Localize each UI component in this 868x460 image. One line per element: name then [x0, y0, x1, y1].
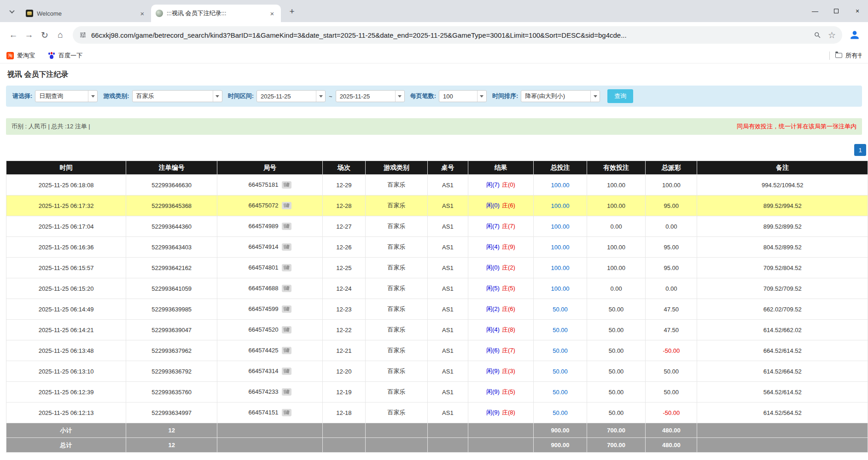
cell-valid-bet: 0.00 [587, 216, 645, 237]
round-id: 664574151 [248, 409, 278, 416]
total-bet-link[interactable]: 100.00 [551, 182, 570, 189]
site-settings-icon[interactable] [79, 31, 87, 39]
chevron-down-icon [9, 8, 14, 13]
column-header: 有效投注 [587, 161, 645, 175]
replay-card-icon[interactable] [282, 368, 291, 375]
replay-card-icon[interactable] [282, 243, 291, 251]
cell-table-no: AS1 [427, 299, 468, 320]
bookmark-baidu[interactable]: 百度一下 [48, 52, 82, 60]
all-bookmarks-button[interactable]: 所有书 [829, 52, 862, 60]
cell-total-bet: 50.00 [533, 402, 587, 423]
sort-order-select[interactable]: 降幂(由大到小) [521, 90, 600, 102]
cell-result: 闲(0)庄(2) [468, 258, 533, 278]
refresh-button[interactable]: ↻ [37, 27, 52, 43]
replay-card-icon[interactable] [282, 388, 291, 396]
search-button[interactable]: 查询 [607, 89, 633, 103]
replay-card-icon[interactable] [282, 223, 291, 230]
zoom-icon[interactable] [814, 31, 821, 39]
replay-card-icon[interactable] [282, 181, 291, 189]
cell-table-no: AS1 [427, 237, 468, 258]
column-header: 游戏类别 [366, 161, 428, 175]
footer-empty [427, 423, 468, 438]
replay-card-icon[interactable] [282, 202, 291, 209]
cell-bet-id: 522993644360 [126, 216, 217, 237]
total-bet-link[interactable]: 50.00 [553, 389, 568, 396]
total-bet-link[interactable]: 100.00 [551, 285, 570, 292]
total-bet-link[interactable]: 100.00 [551, 223, 570, 230]
cell-table-no: AS1 [427, 278, 468, 299]
cell-time: 2025-11-25 06:13:10 [6, 361, 126, 382]
bookmark-aitaobao[interactable]: 淘 爱淘宝 [6, 52, 35, 60]
cell-bet-id: 522993635760 [126, 382, 217, 402]
tab-search-chevron-button[interactable] [6, 5, 18, 18]
per-page-select[interactable]: 100 [439, 90, 487, 102]
total-bet-link[interactable]: 50.00 [553, 347, 568, 354]
cell-bet-id: 522993646630 [126, 175, 217, 196]
replay-card-icon[interactable] [282, 285, 291, 292]
bookmark-star-icon[interactable]: ☆ [828, 30, 836, 40]
forward-button[interactable]: → [21, 27, 37, 43]
cell-valid-bet: 50.00 [587, 382, 645, 402]
minimize-button[interactable]: — [804, 0, 826, 22]
cell-game-type: 百家乐 [366, 320, 428, 340]
replay-card-icon[interactable] [282, 409, 291, 416]
footer-payout: 480.00 [646, 423, 697, 438]
tab-welcome[interactable]: Welcome × [21, 5, 151, 22]
close-button[interactable]: × [847, 0, 868, 22]
maximize-button[interactable] [826, 0, 847, 22]
cell-total-bet: 100.00 [533, 237, 587, 258]
bet-records-table: 时间注单编号局号场次游戏类别桌号结果总投注有效投注总派彩备注 2025-11-2… [6, 161, 868, 453]
total-bet-link[interactable]: 50.00 [553, 327, 568, 334]
game-type-select[interactable]: 百家乐 [132, 90, 222, 102]
date-start-select[interactable]: 2025-11-25 [256, 90, 326, 102]
result-banker: 庄(8) [502, 409, 515, 416]
profile-avatar-icon[interactable] [847, 27, 862, 43]
cell-remark: 664.52/614.52 [697, 340, 868, 361]
total-bet-link[interactable]: 50.00 [553, 409, 568, 416]
cell-bet-id: 522993634997 [126, 402, 217, 423]
new-tab-button[interactable]: + [285, 5, 298, 18]
column-header: 桌号 [427, 161, 468, 175]
url-omnibox[interactable]: 66cxkj98.com/game/betrecord_search/kind3… [73, 26, 842, 44]
result-banker: 庄(7) [502, 223, 515, 230]
cell-time: 2025-11-25 06:12:39 [6, 382, 126, 402]
cell-game-type: 百家乐 [366, 299, 428, 320]
bookmark-label: 爱淘宝 [17, 52, 35, 60]
chevron-down-icon[interactable] [477, 91, 486, 102]
welcome-favicon-icon [26, 10, 33, 17]
page-number-button[interactable]: 1 [854, 144, 866, 156]
replay-card-icon[interactable] [282, 264, 291, 271]
cell-remark: 994.52/1094.52 [697, 175, 868, 196]
cell-table-no: AS1 [427, 320, 468, 340]
total-bet-link[interactable]: 50.00 [553, 368, 568, 375]
total-bet-link[interactable]: 50.00 [553, 306, 568, 313]
replay-card-icon[interactable] [282, 305, 291, 313]
cell-total-bet: 100.00 [533, 175, 587, 196]
result-banker: 庄(5) [502, 285, 515, 292]
table-row: 2025-11-25 06:15:20522993641059664574688… [6, 278, 868, 299]
total-bet-link[interactable]: 100.00 [551, 244, 570, 251]
total-bet-link[interactable]: 100.00 [551, 264, 570, 271]
cell-table-no: AS1 [427, 196, 468, 216]
cell-total-bet: 50.00 [533, 320, 587, 340]
tab-close-icon[interactable]: × [268, 9, 276, 17]
tab-close-icon[interactable]: × [138, 9, 146, 17]
chevron-down-icon[interactable] [213, 91, 222, 102]
chevron-down-icon[interactable] [88, 91, 97, 102]
tab-betrecord[interactable]: :::视讯 会员下注纪录::: × [151, 5, 281, 22]
total-bet-link[interactable]: 100.00 [551, 202, 570, 209]
back-button[interactable]: ← [6, 27, 21, 43]
footer-empty [697, 438, 868, 453]
replay-card-icon[interactable] [282, 347, 291, 354]
query-type-select[interactable]: 日期查询 [35, 90, 98, 102]
date-end-select[interactable]: 2025-11-25 [336, 90, 405, 102]
chevron-down-icon[interactable] [590, 91, 600, 102]
replay-card-icon[interactable] [282, 326, 291, 334]
filter-label-date-range: 时间区间: [228, 92, 254, 100]
footer-valid-bet: 700.00 [587, 423, 645, 438]
chevron-down-icon[interactable] [395, 91, 404, 102]
chevron-down-icon[interactable] [316, 91, 325, 102]
cell-total-bet: 100.00 [533, 196, 587, 216]
home-button[interactable]: ⌂ [52, 27, 68, 43]
cell-remark: 662.02/709.52 [697, 299, 868, 320]
